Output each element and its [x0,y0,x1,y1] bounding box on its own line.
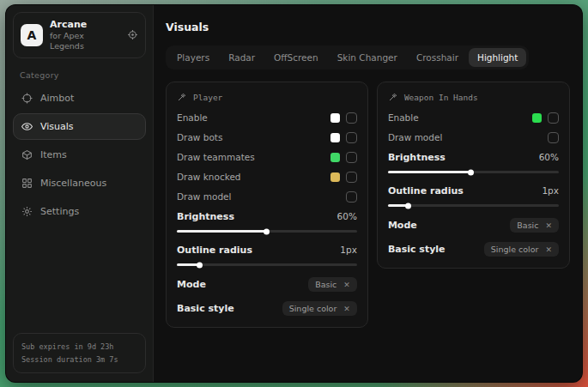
slider-thumb[interactable] [468,169,474,175]
mode-tag[interactable]: Basic ✕ [510,218,559,233]
basic-style-tag[interactable]: Single color ✕ [484,242,559,257]
color-swatch[interactable] [330,113,340,123]
slider-fill [177,263,200,266]
slider-thumb[interactable] [405,203,411,209]
tag-close-icon[interactable]: ✕ [343,281,350,289]
checkbox[interactable] [346,172,357,183]
checkbox[interactable] [548,132,559,143]
toggle-row-enable: Enable [388,112,559,124]
app-name: Arcane [50,19,120,31]
grid-icon [21,178,33,189]
color-swatch[interactable] [330,153,340,162]
wand-icon [388,92,398,102]
slider-thumb[interactable] [197,262,203,268]
sidebar-item-label: Items [40,149,67,160]
tag-label: Mode [177,279,206,290]
slider-label: Outline radius [388,185,464,197]
tab-offscreen[interactable]: OffScreen [265,48,327,67]
color-swatch[interactable] [532,113,542,123]
slider-label: Brightness [388,152,446,163]
sidebar-item-settings[interactable]: Settings [13,198,146,225]
checkbox[interactable] [346,132,357,143]
slider-fill [177,230,267,233]
basic-style-row: Basic style Single color ✕ [388,242,559,257]
sidebar-item-label: Aimbot [40,93,74,104]
tab-skin-changer[interactable]: Skin Changer [329,48,406,67]
weapon-in-hands-panel: Weapon In Hands Enable Draw model Bright… [377,82,570,269]
slider-label: Outline radius [177,245,252,256]
sub-expires-text: Sub expires in 9d 23h [21,341,137,353]
tag-close-icon[interactable]: ✕ [343,305,350,313]
panels-row: Player Enable Draw bots [166,82,570,328]
toggle-label: Enable [388,112,419,123]
tag-value: Single color [289,304,337,313]
outline-radius-slider[interactable] [177,263,357,266]
sidebar-item-label: Visuals [40,121,74,132]
sidebar-nav: Aimbot Visuals Items [13,85,146,225]
mode-tag[interactable]: Basic ✕ [308,277,357,292]
toggle-label: Draw bots [177,132,222,142]
basic-style-tag[interactable]: Single color ✕ [282,301,357,316]
tab-highlight[interactable]: Highlight [469,48,526,67]
player-panel: Player Enable Draw bots [166,82,368,328]
tag-label: Basic style [388,244,446,255]
tag-value: Single color [491,245,539,254]
sidebar-item-label: Settings [40,206,79,217]
sidebar-item-miscellaneous[interactable]: Miscellaneous [13,170,146,197]
brightness-slider[interactable] [177,230,357,233]
toggle-row-enable: Enable [177,112,357,124]
toggle-row-draw-model: Draw model [177,190,357,203]
toggle-label: Draw model [388,132,442,142]
weapon-panel-header: Weapon In Hands [388,92,559,102]
sidebar-item-aimbot[interactable]: Aimbot [13,85,146,112]
slider-row-brightness: Brightness 60% [388,151,559,163]
slider-thumb[interactable] [264,228,270,234]
tag-close-icon[interactable]: ✕ [545,221,552,230]
box-icon [21,149,33,160]
slider-fill [388,171,472,173]
app-subtitle: for Apex Legends [50,31,120,51]
checkbox[interactable] [548,112,559,124]
sidebar-item-label: Miscellaneous [40,178,106,189]
slider-fill [388,204,409,207]
app-meta: Arcane for Apex Legends [50,19,120,51]
tab-players[interactable]: Players [168,48,218,67]
color-swatch[interactable] [330,133,340,142]
slider-label: Brightness [177,211,234,222]
outline-radius-slider[interactable] [388,204,559,207]
color-swatch[interactable] [330,172,340,182]
checkbox[interactable] [346,191,357,203]
tag-value: Basic [315,280,336,289]
tab-crosshair[interactable]: Crosshair [408,48,467,67]
checkbox[interactable] [346,152,357,163]
sidebar-item-items[interactable]: Items [13,142,146,168]
sidebar-header-card: A Arcane for Apex Legends [13,12,146,58]
target-icon[interactable] [127,29,138,40]
toggle-label: Draw knocked [177,172,241,182]
session-duration-text: Session duration 3m 7s [21,354,137,366]
basic-style-row: Basic style Single color ✕ [177,301,357,316]
crosshair-icon [21,93,33,104]
main-content: Visuals Players Radar OffScreen Skin Cha… [154,5,582,382]
eye-icon [21,121,33,132]
panel-title: Player [193,93,222,102]
tab-radar[interactable]: Radar [220,48,264,67]
sidebar-item-visuals[interactable]: Visuals [13,113,146,140]
app-window: A Arcane for Apex Legends Category [5,4,583,383]
slider-row-brightness: Brightness 60% [177,210,357,222]
sidebar: A Arcane for Apex Legends Category [6,5,154,382]
page-title: Visuals [166,21,570,33]
tag-label: Mode [388,220,417,231]
brightness-slider[interactable] [388,171,559,173]
toggle-label: Draw model [177,191,231,202]
slider-value: 1px [340,245,357,255]
toggle-label: Draw teammates [177,152,255,162]
toggle-row-draw-knocked: Draw knocked [177,171,357,183]
visuals-tabbar: Players Radar OffScreen Skin Changer Cro… [166,45,529,70]
toggle-row-draw-bots: Draw bots [177,131,357,143]
tag-close-icon[interactable]: ✕ [545,245,552,254]
slider-row-outline-radius: Outline radius 1px [388,184,559,197]
slider-value: 60% [539,152,559,162]
tag-value: Basic [517,221,538,230]
checkbox[interactable] [346,112,357,124]
